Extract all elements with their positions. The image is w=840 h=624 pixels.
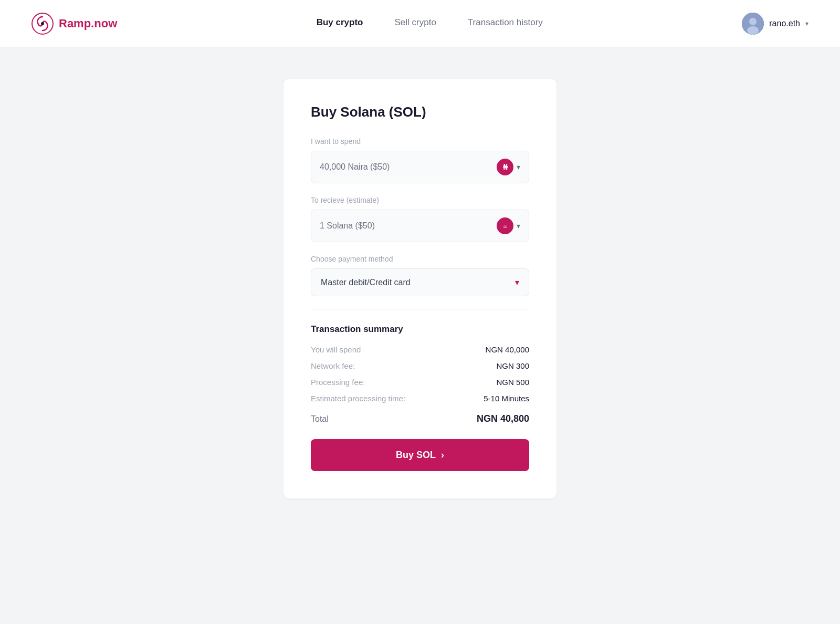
- summary-total-row: Total NGN 40,800: [311, 413, 529, 424]
- svg-point-3: [749, 18, 757, 25]
- spend-currency-selector[interactable]: ₦ ▾: [497, 159, 520, 175]
- spend-input-row[interactable]: 40,000 Naira ($50) ₦ ▾: [311, 151, 529, 183]
- summary-title: Transaction summary: [311, 324, 529, 335]
- summary-row-network-fee: Network fee: NGN 300: [311, 361, 529, 370]
- receive-currency-selector[interactable]: ≡ ▾: [497, 217, 520, 234]
- username: rano.eth: [769, 19, 800, 28]
- avatar: [742, 13, 764, 35]
- summary-spend-label: You will spend: [311, 345, 361, 354]
- summary-processing-fee-label: Processing fee:: [311, 378, 365, 387]
- summary-processing-time-value: 5-10 Minutes: [484, 394, 529, 403]
- receive-value: 1 Solana ($50): [320, 221, 497, 231]
- page-title: Buy Solana (SOL): [311, 104, 529, 120]
- summary-processing-fee-value: NGN 500: [496, 378, 529, 387]
- payment-method-selector[interactable]: Master debit/Credit card ▾: [311, 268, 529, 296]
- summary-total-label: Total: [311, 414, 329, 424]
- payment-label: Choose payment method: [311, 255, 529, 263]
- spend-currency-chevron-icon: ▾: [517, 163, 520, 171]
- buy-button-arrow-icon: ›: [441, 450, 444, 461]
- receive-currency-chevron-icon: ▾: [517, 222, 520, 230]
- summary-processing-time-label: Estimated processing time:: [311, 394, 405, 403]
- logo-text: Ramp.now: [59, 17, 117, 30]
- divider: [311, 309, 529, 309]
- summary-row-processing-fee: Processing fee: NGN 500: [311, 378, 529, 387]
- payment-chevron-icon: ▾: [515, 277, 519, 287]
- spend-label: I want to spend: [311, 137, 529, 145]
- buy-sol-button[interactable]: Buy SOL ›: [311, 439, 529, 471]
- buy-button-label: Buy SOL: [396, 450, 436, 461]
- nav-buy-crypto[interactable]: Buy crypto: [317, 17, 363, 30]
- svg-point-1: [41, 22, 44, 25]
- summary-spend-value: NGN 40,000: [486, 345, 529, 354]
- receive-label: To recieve (estimate): [311, 196, 529, 204]
- main-nav: Buy crypto Sell crypto Transaction histo…: [317, 17, 543, 30]
- user-menu-chevron-icon: ▾: [805, 20, 808, 27]
- header: Ramp.now Buy crypto Sell crypto Transact…: [0, 0, 840, 47]
- summary-total-value: NGN 40,800: [477, 413, 529, 424]
- spend-value: 40,000 Naira ($50): [320, 162, 497, 172]
- naira-icon: ₦: [497, 159, 513, 175]
- payment-method-value: Master debit/Credit card: [321, 278, 515, 287]
- summary-row-spend: You will spend NGN 40,000: [311, 345, 529, 354]
- svg-point-4: [747, 26, 759, 35]
- user-menu[interactable]: rano.eth ▾: [742, 13, 808, 35]
- receive-input-row[interactable]: 1 Solana ($50) ≡ ▾: [311, 210, 529, 242]
- summary-network-fee-label: Network fee:: [311, 361, 355, 370]
- summary-row-processing-time: Estimated processing time: 5-10 Minutes: [311, 394, 529, 403]
- logo[interactable]: Ramp.now: [32, 13, 117, 35]
- buy-form-card: Buy Solana (SOL) I want to spend 40,000 …: [284, 79, 556, 498]
- logo-icon: [32, 13, 54, 35]
- nav-sell-crypto[interactable]: Sell crypto: [394, 17, 436, 30]
- main-content: Buy Solana (SOL) I want to spend 40,000 …: [0, 47, 840, 530]
- sol-icon: ≡: [497, 217, 513, 234]
- summary-network-fee-value: NGN 300: [496, 361, 529, 370]
- nav-transaction-history[interactable]: Transaction history: [468, 17, 543, 30]
